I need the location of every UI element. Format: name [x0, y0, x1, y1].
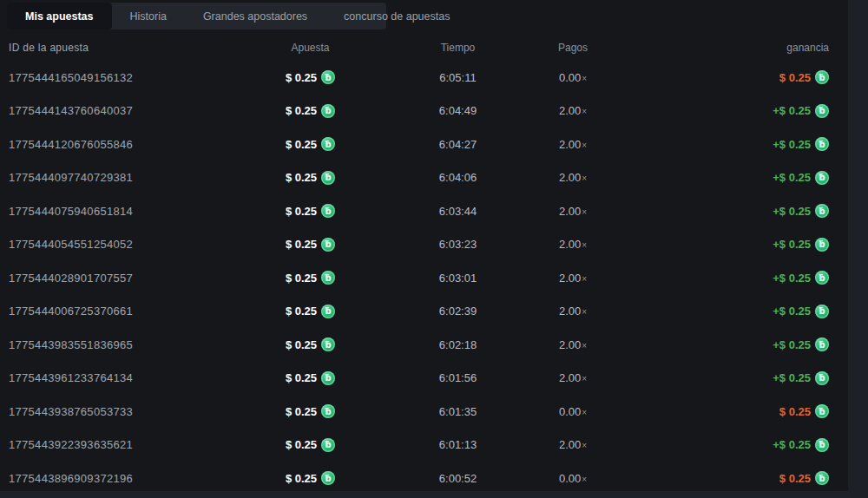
bet-amount-value: $ 0.25	[286, 171, 317, 184]
bet-payout-value: 0.00	[559, 472, 581, 485]
bet-payout-value: 2.00	[559, 171, 581, 184]
bet-payout: 2.00×	[551, 438, 595, 451]
bet-profit-value: $ 0.25	[779, 405, 811, 418]
bet-payout: 2.00×	[551, 138, 595, 151]
bet-profit-value: $ 0.25	[779, 472, 811, 485]
bet-profit: +$ 0.25 ƀ	[595, 337, 829, 351]
table-row[interactable]: 1775443961233764134 $ 0.25 ƀ 6:01:56 2.0…	[0, 362, 868, 396]
table-row[interactable]: 1775443938765053733 $ 0.25 ƀ 6:01:35 0.0…	[0, 395, 868, 429]
bet-amount-value: $ 0.25	[286, 272, 317, 285]
coin-icon: ƀ	[815, 204, 829, 218]
bet-amount-value: $ 0.25	[286, 238, 317, 251]
multiplier-sign: ×	[582, 207, 587, 217]
tab[interactable]: Historia	[112, 3, 185, 29]
bet-amount: $ 0.25 ƀ	[256, 305, 365, 318]
coin-icon: ƀ	[321, 171, 335, 185]
bet-payout-value: 0.00	[559, 71, 581, 84]
bet-profit: +$ 0.25 ƀ	[595, 104, 829, 118]
bet-profit-value: +$ 0.25	[773, 171, 811, 184]
header-profit: ganancia	[595, 42, 829, 54]
bet-amount-value: $ 0.25	[286, 104, 317, 117]
table-row[interactable]: 1775443896909372196 $ 0.25 ƀ 6:00:52 0.0…	[0, 462, 868, 495]
bet-profit: +$ 0.25 ƀ	[595, 137, 829, 151]
bet-payout-value: 2.00	[559, 138, 581, 151]
bet-profit: +$ 0.25 ƀ	[595, 371, 829, 385]
bet-id: 1775443961233764134	[9, 371, 256, 384]
bet-id: 1775444054551254052	[9, 238, 256, 251]
bet-payout: 2.00×	[551, 371, 595, 384]
table-row[interactable]: 1775444120676055846 $ 0.25 ƀ 6:04:27 2.0…	[0, 128, 868, 161]
bet-payout: 0.00×	[551, 405, 595, 418]
table-row[interactable]: 1775444097740729381 $ 0.25 ƀ 6:04:06 2.0…	[0, 161, 868, 195]
coin-icon: ƀ	[321, 271, 335, 285]
bet-amount-value: $ 0.25	[286, 205, 317, 218]
bet-amount-value: $ 0.25	[286, 405, 317, 418]
bet-payout-value: 0.00	[559, 405, 581, 418]
bet-amount: $ 0.25 ƀ	[256, 171, 365, 185]
bet-amount: $ 0.25 ƀ	[256, 204, 365, 218]
tab-label: Grandes apostadores	[203, 10, 307, 23]
bet-profit-value: +$ 0.25	[773, 438, 811, 451]
bet-profit: $ 0.25 ƀ	[595, 404, 829, 418]
table-row[interactable]: 1775444006725370661 $ 0.25 ƀ 6:02:39 2.0…	[0, 295, 868, 329]
table-row[interactable]: 1775444143760640037 $ 0.25 ƀ 6:04:49 2.0…	[0, 95, 868, 128]
multiplier-sign: ×	[582, 408, 587, 417]
bet-amount-value: $ 0.25	[286, 71, 317, 84]
multiplier-sign: ×	[582, 374, 587, 383]
bet-id: 1775444097740729381	[9, 171, 256, 184]
tab[interactable]: Mis apuestas	[7, 3, 112, 29]
bet-payout: 2.00×	[551, 272, 595, 285]
bet-amount-value: $ 0.25	[286, 338, 317, 351]
coin-icon: ƀ	[321, 471, 335, 485]
bet-time: 6:03:01	[365, 272, 551, 285]
bet-amount: $ 0.25 ƀ	[256, 137, 365, 151]
table-row[interactable]: 1775444075940651814 $ 0.25 ƀ 6:03:44 2.0…	[0, 194, 868, 228]
bet-profit: $ 0.25 ƀ	[595, 471, 829, 485]
bet-profit: +$ 0.25 ƀ	[595, 438, 829, 452]
tab[interactable]: Grandes apostadores	[185, 3, 326, 29]
bet-id: 1775444075940651814	[9, 205, 256, 218]
bet-payout-value: 2.00	[559, 238, 581, 251]
multiplier-sign: ×	[582, 307, 587, 317]
bet-amount: $ 0.25 ƀ	[256, 471, 365, 485]
coin-icon: ƀ	[815, 404, 829, 418]
bet-profit-value: +$ 0.25	[773, 371, 811, 384]
bet-payout: 2.00×	[551, 238, 595, 251]
bet-profit: +$ 0.25 ƀ	[595, 204, 829, 218]
bet-payout-value: 2.00	[559, 272, 581, 285]
bet-time: 6:04:06	[365, 171, 551, 184]
coin-icon: ƀ	[815, 271, 829, 285]
bet-id: 1775444006725370661	[9, 305, 256, 318]
table-row[interactable]: 1775444028901707557 $ 0.25 ƀ 6:03:01 2.0…	[0, 261, 868, 295]
bet-profit-value: +$ 0.25	[773, 272, 811, 285]
bet-time: 6:01:13	[365, 438, 551, 451]
coin-icon: ƀ	[321, 337, 335, 351]
bet-profit-value: $ 0.25	[779, 71, 811, 84]
bet-id: 1775443983551836965	[9, 338, 256, 351]
coin-icon: ƀ	[321, 438, 335, 452]
scrollbar-track[interactable]	[848, 0, 868, 498]
header-payout: Pagos	[551, 42, 595, 54]
bet-time: 6:05:11	[365, 71, 551, 84]
coin-icon: ƀ	[815, 371, 829, 385]
multiplier-sign: ×	[582, 240, 587, 250]
bets-panel: Mis apuestas Historia Grandes apostadore…	[0, 0, 868, 498]
tab-bar: Mis apuestas Historia Grandes apostadore…	[7, 3, 386, 29]
table-row[interactable]: 1775444165049156132 $ 0.25 ƀ 6:05:11 0.0…	[0, 61, 868, 95]
table-row[interactable]: 1775444054551254052 $ 0.25 ƀ 6:03:23 2.0…	[0, 228, 868, 262]
table-row[interactable]: 1775443922393635621 $ 0.25 ƀ 6:01:13 2.0…	[0, 429, 868, 462]
bet-time: 6:03:44	[365, 205, 551, 218]
coin-icon: ƀ	[815, 438, 829, 452]
bet-payout: 2.00×	[551, 171, 595, 184]
table-row[interactable]: 1775443983551836965 $ 0.25 ƀ 6:02:18 2.0…	[0, 328, 868, 362]
bet-payout-value: 2.00	[559, 104, 581, 117]
bet-payout-value: 2.00	[559, 205, 581, 218]
header-bet: Apuesta	[256, 42, 365, 54]
bet-id: 1775444120676055846	[9, 138, 256, 151]
bet-payout: 2.00×	[551, 305, 595, 318]
multiplier-sign: ×	[582, 475, 587, 484]
coin-icon: ƀ	[815, 171, 829, 185]
bet-profit: +$ 0.25 ƀ	[595, 305, 829, 318]
coin-icon: ƀ	[815, 137, 829, 151]
tab[interactable]: concurso de apuestas	[326, 3, 468, 29]
